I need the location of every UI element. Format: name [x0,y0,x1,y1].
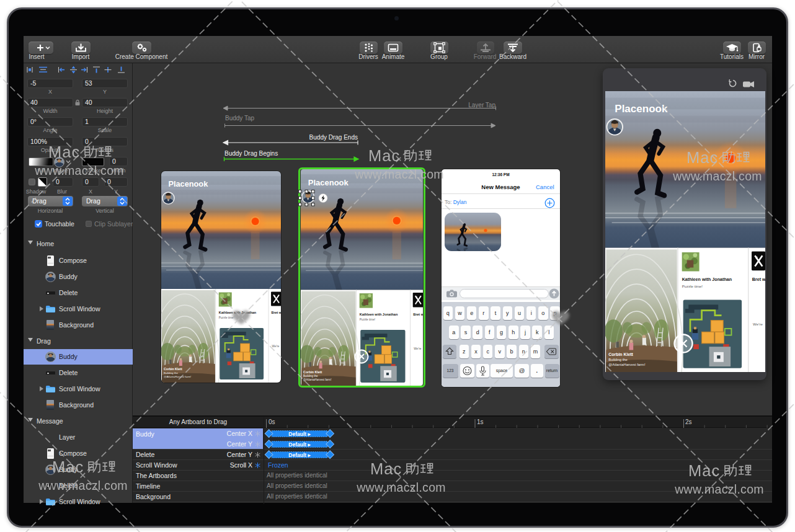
svg-text:Default ▸: Default ▸ [288,441,311,448]
svg-text:Default ▸: Default ▸ [288,431,311,437]
svg-text:Default ▸: Default ▸ [288,452,311,458]
